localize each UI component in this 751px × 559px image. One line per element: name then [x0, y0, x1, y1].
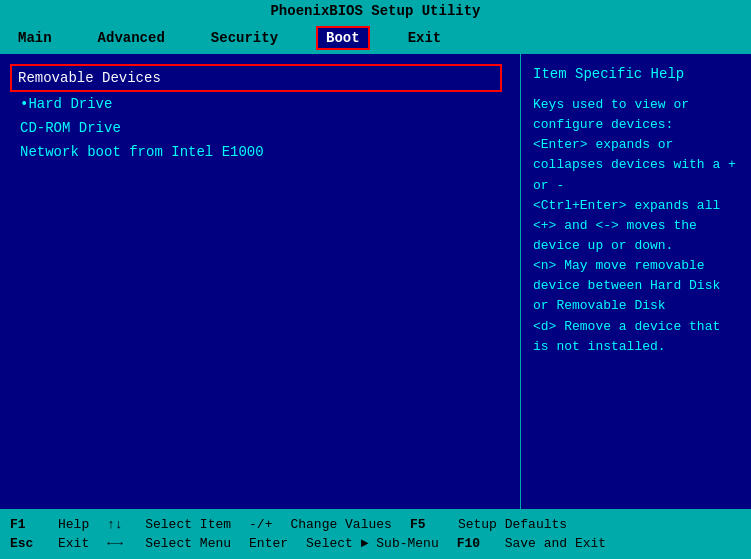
- key-f1: F1: [10, 517, 40, 532]
- app-title: PhoenixBIOS Setup Utility: [270, 3, 480, 19]
- menu-item-main[interactable]: Main: [10, 28, 60, 48]
- sym-leftright: ←→: [107, 536, 127, 551]
- boot-item-network[interactable]: Network boot from Intel E1000: [10, 140, 510, 164]
- key-esc: Esc: [10, 536, 40, 551]
- key-f1-desc: Help: [58, 517, 89, 532]
- menu-bar: Main Advanced Security Boot Exit: [0, 22, 751, 54]
- help-text: Keys used to view or configure devices: …: [533, 95, 739, 357]
- key-f5: F5: [410, 517, 440, 532]
- sym-updown: ↑↓: [107, 517, 127, 532]
- sym-plusminus: -/+: [249, 517, 272, 532]
- key-f5-desc: Setup Defaults: [458, 517, 567, 532]
- menu-item-security[interactable]: Security: [203, 28, 286, 48]
- boot-item-harddrive[interactable]: •Hard Drive: [10, 92, 510, 116]
- sym-enter-desc: Select ► Sub-Menu: [306, 536, 439, 551]
- sym-updown-desc: Select Item: [145, 517, 231, 532]
- sym-leftright-desc: Select Menu: [145, 536, 231, 551]
- bottom-row-1: F1 Help ↑↓ Select Item -/+ Change Values…: [10, 515, 741, 534]
- main-content: Removable Devices •Hard Drive CD-ROM Dri…: [0, 54, 751, 509]
- menu-item-exit[interactable]: Exit: [400, 28, 450, 48]
- key-f10-desc: Save and Exit: [505, 536, 606, 551]
- bottom-bar-inner: F1 Help ↑↓ Select Item -/+ Change Values…: [10, 515, 741, 553]
- key-f10: F10: [457, 536, 487, 551]
- boot-order-panel: Removable Devices •Hard Drive CD-ROM Dri…: [0, 54, 521, 509]
- help-title: Item Specific Help: [533, 64, 739, 85]
- menu-item-boot[interactable]: Boot: [316, 26, 370, 50]
- boot-item-cdrom[interactable]: CD-ROM Drive: [10, 116, 510, 140]
- key-esc-desc: Exit: [58, 536, 89, 551]
- menu-item-advanced[interactable]: Advanced: [90, 28, 173, 48]
- sym-enter: Enter: [249, 536, 288, 551]
- help-panel: Item Specific Help Keys used to view or …: [521, 54, 751, 509]
- sym-plusminus-desc: Change Values: [290, 517, 391, 532]
- bottom-bar: F1 Help ↑↓ Select Item -/+ Change Values…: [0, 509, 751, 559]
- title-bar: PhoenixBIOS Setup Utility: [0, 0, 751, 22]
- bottom-row-2: Esc Exit ←→ Select Menu Enter Select ► S…: [10, 534, 741, 553]
- boot-item-removable[interactable]: Removable Devices: [10, 64, 502, 92]
